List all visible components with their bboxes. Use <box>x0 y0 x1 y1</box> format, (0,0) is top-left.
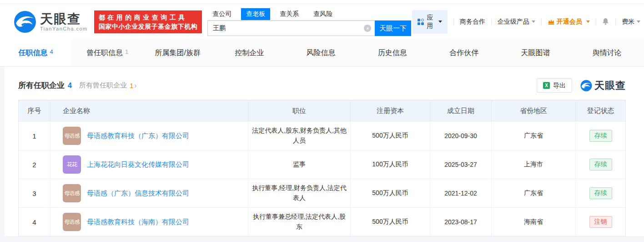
cell-date: 2025-03-27 <box>430 150 492 179</box>
promo-banner: 都在用的商业查询工具 国家中小企业发展子基金旗下机构 <box>94 10 202 33</box>
cell-status: 注销 <box>576 208 625 236</box>
cell-region: 广东省 <box>492 179 576 207</box>
section-title: 所有任职企业 <box>18 80 65 91</box>
promo-line-2: 国家中小企业发展子基金旗下机构 <box>99 22 198 31</box>
table-row: 1 母语感 母语感教育科技（广东）有限公司 法定代表人,股东,财务负责人,其他人… <box>19 121 625 150</box>
notification-bell-icon[interactable] <box>602 18 609 26</box>
table-row: 2 花花 上海花花向日葵文化传媒有限公司 监事 100万人民币 2025-03-… <box>19 150 625 179</box>
page-tab-label: 所属集团/族群 <box>155 49 201 57</box>
brand-logo[interactable]: 天眼查 TianYanCha.com <box>14 10 88 33</box>
tianyancha-logo-icon <box>580 80 592 92</box>
page-tab[interactable]: 控制企业 <box>215 39 286 66</box>
apps-button[interactable]: 应用 <box>412 10 448 34</box>
page-tab-label: 曾任职信息 <box>86 49 123 57</box>
search-tab[interactable]: 查关系 <box>275 8 304 20</box>
page-tab[interactable]: 风险信息 <box>286 39 357 66</box>
search-box: × <box>207 21 375 36</box>
cell-company: 母语感 母语感（广东）信息技术有限公司 <box>50 179 248 207</box>
table-body: 1 母语感 母语感教育科技（广东）有限公司 法定代表人,股东,财务负责人,其他人… <box>19 121 625 236</box>
cell-region: 广东省 <box>492 122 576 150</box>
page-tabs: 任职信息4 曾任职信息1 所属集团/族群 控制企业 风险信息 历史信息 合作伙伴… <box>0 39 644 67</box>
search-tab[interactable]: 查老板 <box>241 8 270 20</box>
company-link[interactable]: 母语感教育科技（海南）有限公司 <box>87 218 189 227</box>
cell-company: 母语感 母语感教育科技（广东）有限公司 <box>50 122 248 150</box>
nav-enterprise-products-label: 企业级产品 <box>498 18 529 26</box>
page-tab-count: 1 <box>125 48 128 55</box>
cell-capital: 500万人民币 <box>351 208 430 236</box>
column-header: 登记状态 <box>576 100 625 121</box>
cell-region: 海南省 <box>492 208 576 236</box>
excel-icon: X <box>543 82 550 89</box>
position-text: 执行董事兼总经理,法定代表人,股东 <box>251 212 347 232</box>
export-label: 导出 <box>553 82 566 90</box>
column-header: 企业名称 <box>50 100 248 121</box>
cell-position: 法定代表人,股东,财务负责人,其他人员 <box>248 122 351 150</box>
company-link[interactable]: 母语感（广东）信息技术有限公司 <box>87 189 189 198</box>
divider <box>615 19 616 25</box>
cell-date: 2020-09-30 <box>430 122 492 150</box>
nav-enterprise-products[interactable]: 企业级产品 <box>498 18 535 26</box>
status-badge: 存续 <box>589 130 612 142</box>
search-button[interactable]: 天眼一下 <box>375 21 411 36</box>
promo-line-1: 都在用的商业查询工具 <box>99 13 198 22</box>
status-badge: 存续 <box>589 187 612 199</box>
cell-index: 1 <box>19 122 50 150</box>
page-tab-label: 天眼图谱 <box>521 49 550 57</box>
header: 天眼查 TianYanCha.com 都在用的商业查询工具 国家中小企业发展子基… <box>0 4 644 39</box>
search-row: × 天眼一下 <box>207 21 412 36</box>
tianyancha-logo-icon <box>14 10 36 33</box>
page-tab-label: 合作伙伴 <box>449 49 478 57</box>
content-card: 所有任职企业 4 所有曾任职企业 1 › X 导出 天眼查 <box>5 67 644 236</box>
user-menu[interactable]: 费米 <box>622 18 640 26</box>
apps-label: 应用 <box>427 14 433 30</box>
watermark-logo-text: 天眼查 <box>594 79 626 93</box>
cell-capital: 100万人民币 <box>351 150 430 179</box>
section-header: 所有任职企业 4 所有曾任职企业 1 › X 导出 天眼查 <box>18 78 626 93</box>
nav-business-cooperation[interactable]: 商务合作 <box>460 18 485 26</box>
page-tab[interactable]: 所属集团/族群 <box>143 39 215 66</box>
cell-region: 上海市 <box>492 150 576 179</box>
cell-index: 4 <box>19 208 50 236</box>
former-positions-link[interactable]: 所有曾任职企业 1 › <box>79 81 137 90</box>
company-logo: 母语感 <box>63 127 81 145</box>
page-tab-count: 4 <box>50 48 53 55</box>
nav-open-membership-label: 开通会员 <box>557 18 582 26</box>
cell-capital: 500万人民币 <box>351 122 430 150</box>
cell-status: 存续 <box>576 150 625 179</box>
username: 费米 <box>622 18 634 26</box>
page-tab-label: 任职信息 <box>19 49 48 57</box>
column-header: 省份地区 <box>492 100 576 121</box>
page-tab-label: 舆情讨论 <box>593 49 622 57</box>
cell-company: 母语感 母语感教育科技（海南）有限公司 <box>50 208 248 236</box>
chevron-down-icon <box>586 21 590 23</box>
former-positions-count: 1 <box>130 82 133 89</box>
nav-open-membership[interactable]: 开通会员 <box>548 18 590 26</box>
cell-capital: 500万人民币 <box>351 179 430 207</box>
chevron-right-icon: › <box>134 82 136 90</box>
page-tab[interactable]: 历史信息 <box>358 39 429 66</box>
cell-index: 3 <box>19 179 50 207</box>
content-area: 所有任职企业 4 所有曾任职企业 1 › X 导出 天眼查 <box>0 67 644 242</box>
cell-status: 存续 <box>576 122 625 150</box>
company-link[interactable]: 上海花花向日葵文化传媒有限公司 <box>87 160 189 169</box>
page-tab[interactable]: 舆情讨论 <box>573 39 644 66</box>
section-actions: X 导出 天眼查 <box>537 78 626 93</box>
brand-title: 天眼查 <box>40 12 88 26</box>
page-tab[interactable]: 合作伙伴 <box>429 39 501 66</box>
position-text: 法定代表人,股东,财务负责人,其他人员 <box>251 126 347 145</box>
cell-status: 存续 <box>576 179 625 207</box>
header-nav: 应用 商务合作 企业级产品 开通会员 费米 <box>412 10 640 34</box>
page-tab-label: 风险信息 <box>306 49 335 57</box>
search-tab[interactable]: 查风险 <box>308 8 337 20</box>
search-tab[interactable]: 查公司 <box>207 8 236 20</box>
company-link[interactable]: 母语感教育科技（广东）有限公司 <box>87 132 189 140</box>
cell-position: 监事 <box>248 150 351 179</box>
export-button[interactable]: X 导出 <box>537 78 572 93</box>
search-input[interactable] <box>207 21 375 36</box>
page-tab[interactable]: 任职信息4 <box>0 39 71 66</box>
position-text: 执行董事,经理,财务负责人,法定代表人 <box>251 183 347 203</box>
divider <box>596 19 596 25</box>
page-tab[interactable]: 曾任职信息1 <box>71 39 143 66</box>
search-tabs: 查公司查老板查关系查风险 <box>207 8 412 21</box>
page-tab[interactable]: 天眼图谱 <box>501 39 572 66</box>
